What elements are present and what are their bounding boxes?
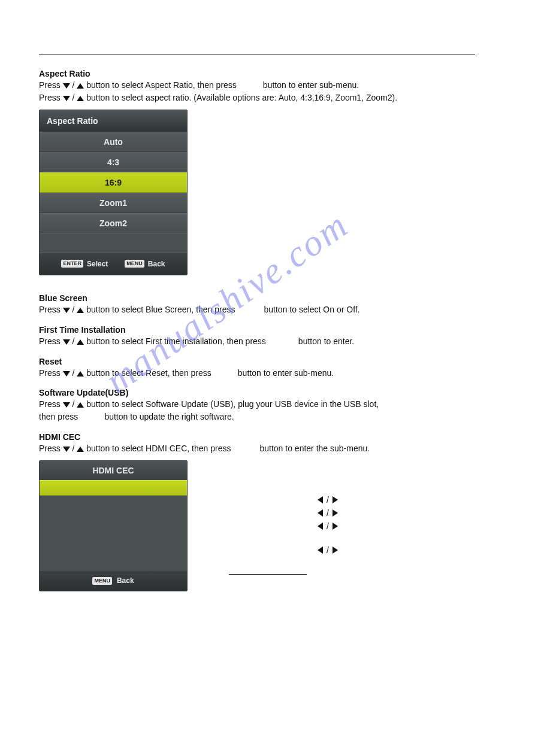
- text: button to select HDMI CEC, then press: [84, 444, 231, 453]
- blue-line: Press / button to select Blue Screen, th…: [39, 304, 496, 315]
- text: /: [327, 508, 329, 518]
- text: /: [70, 444, 77, 453]
- menu-key-label: Back: [117, 576, 134, 585]
- aspect-line1: Press / button to select Aspect Ratio, t…: [39, 80, 496, 91]
- left-triangle-icon: [318, 523, 323, 530]
- text: button to enter sub-menu.: [238, 368, 334, 378]
- enter-key-icon: ENTER: [61, 260, 83, 268]
- text: /: [70, 336, 77, 346]
- cec-line: Press / button to select HDMI CEC, then …: [39, 443, 496, 454]
- text: button to update the right software.: [104, 412, 234, 421]
- heading-aspect-ratio: Aspect Ratio: [39, 69, 496, 78]
- first-line: Press / button to select First time inst…: [39, 336, 496, 347]
- heading-first-time: First Time Installation: [39, 325, 496, 335]
- sw-line2: then pressbutton to update the right sof…: [39, 411, 496, 423]
- bottom-rule: [229, 574, 307, 575]
- enter-key-label: Select: [87, 260, 108, 268]
- text: /: [70, 368, 77, 378]
- menu-key-icon: MENU: [92, 577, 112, 585]
- up-triangle-icon: [77, 447, 84, 452]
- text: button to select Software Update (USB), …: [84, 399, 379, 409]
- down-triangle-icon: [63, 402, 70, 408]
- text: /: [327, 521, 329, 531]
- left-triangle-icon: [318, 509, 323, 517]
- text: button to select Blue Screen, then press: [84, 305, 235, 314]
- heading-hdmi-cec: HDMI CEC: [39, 432, 496, 442]
- text: button to select Reset, then press: [84, 368, 211, 378]
- menu-item-auto[interactable]: Auto: [40, 132, 187, 152]
- menu-item-zoom2[interactable]: Zoom2: [40, 213, 187, 233]
- right-triangle-icon: [333, 523, 338, 530]
- text: button to select First time installation…: [84, 336, 265, 346]
- heading-reset: Reset: [39, 357, 496, 366]
- up-triangle-icon: [77, 83, 84, 89]
- menu-item-zoom1[interactable]: Zoom1: [40, 193, 187, 213]
- down-triangle-icon: [63, 447, 70, 452]
- up-triangle-icon: [77, 339, 84, 345]
- lr-row: /: [318, 521, 338, 531]
- up-triangle-icon: [77, 308, 84, 313]
- text: /: [70, 399, 77, 409]
- down-triangle-icon: [63, 371, 70, 377]
- down-triangle-icon: [63, 83, 70, 89]
- hdmi-cec-menu: HDMI CEC MENU Back: [39, 460, 188, 591]
- right-triangle-icon: [333, 509, 338, 517]
- heading-blue-screen: Blue Screen: [39, 293, 496, 303]
- aspect-ratio-menu: Aspect Ratio Auto 4:3 16:9 Zoom1 Zoom2 E…: [39, 110, 188, 275]
- left-triangle-icon: [318, 496, 323, 503]
- up-triangle-icon: [77, 371, 84, 377]
- menu2-title: HDMI CEC: [40, 461, 187, 480]
- up-triangle-icon: [77, 402, 84, 408]
- menu-key-label: Back: [148, 260, 165, 268]
- left-triangle-icon: [318, 546, 323, 554]
- sw-line1: Press / button to select Software Update…: [39, 399, 496, 410]
- right-triangle-icon: [333, 496, 338, 503]
- text: button to select Aspect Ratio, then pres…: [84, 80, 236, 90]
- menu-spacer: [40, 233, 187, 253]
- text: button to select On or Off.: [264, 305, 360, 314]
- text: button to enter.: [298, 336, 354, 346]
- text: /: [70, 80, 77, 90]
- lr-row: /: [318, 545, 338, 555]
- menu-title: Aspect Ratio: [40, 110, 187, 132]
- text: Press: [39, 336, 63, 346]
- text: /: [70, 305, 77, 314]
- down-triangle-icon: [63, 308, 70, 313]
- menu2-body: [40, 496, 187, 570]
- aspect-line2: Press / button to select aspect ratio. (…: [39, 92, 496, 104]
- text: button to enter sub-menu.: [263, 80, 359, 90]
- heading-software-update: Software Update(USB): [39, 388, 496, 397]
- menu2-selected-row[interactable]: [40, 480, 187, 496]
- text: /: [327, 495, 329, 505]
- menu2-footer: MENU Back: [40, 570, 187, 591]
- menu-key-icon: MENU: [125, 260, 144, 268]
- right-triangle-icon: [333, 546, 338, 554]
- text: Press: [39, 444, 63, 453]
- menu-key-hint: MENU Back: [125, 260, 165, 268]
- text: /: [70, 93, 77, 102]
- lr-row: /: [318, 508, 338, 518]
- menu-item-16-9[interactable]: 16:9: [40, 172, 187, 193]
- menu-item-4-3[interactable]: 4:3: [40, 152, 187, 172]
- text: button to select aspect ratio. (Availabl…: [84, 93, 397, 102]
- top-rule: [39, 54, 475, 54]
- text: Press: [39, 399, 63, 409]
- down-triangle-icon: [63, 96, 70, 101]
- down-triangle-icon: [63, 339, 70, 345]
- text: Press: [39, 368, 63, 378]
- up-triangle-icon: [77, 96, 84, 101]
- text: Press: [39, 93, 63, 102]
- lr-arrow-column: / / / /: [318, 495, 338, 558]
- reset-line: Press / button to select Reset, then pre…: [39, 368, 496, 379]
- text: /: [327, 545, 329, 555]
- text: Press: [39, 305, 63, 314]
- lr-row: /: [318, 495, 338, 505]
- text: button to enter the sub-menu.: [259, 444, 370, 453]
- text: Press: [39, 80, 63, 90]
- enter-key-hint: ENTER Select: [61, 260, 108, 268]
- text: then press: [39, 412, 78, 421]
- menu-footer: ENTER Select MENU Back: [40, 253, 187, 275]
